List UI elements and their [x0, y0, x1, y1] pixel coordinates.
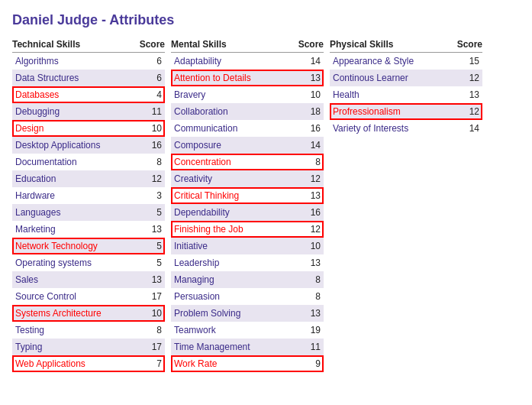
row-name: Appearance & Style	[333, 56, 452, 66]
row-name: Sales	[15, 274, 134, 285]
row-name: Network Technology	[15, 241, 134, 251]
row-score: 8	[293, 274, 321, 285]
table-row: Leadership13	[171, 254, 324, 271]
row-name: Hardware	[15, 190, 134, 201]
row-score: 12	[293, 224, 321, 235]
row-name: Health	[333, 89, 452, 100]
columns-wrapper: Technical SkillsScoreAlgorithms6Data Str…	[12, 39, 520, 372]
table-row: Variety of Interests14	[330, 120, 482, 137]
table-row: Concentration8	[171, 154, 324, 170]
column-header-mental: Mental SkillsScore	[171, 39, 324, 53]
row-score: 13	[293, 190, 321, 201]
row-name: Creativity	[174, 173, 293, 184]
row-name: Persuasion	[174, 291, 293, 302]
row-score: 10	[293, 241, 321, 251]
table-row: Time Management11	[171, 339, 324, 355]
table-row: Design10	[12, 120, 165, 137]
row-name: Teamwork	[174, 325, 293, 335]
table-row: Bravery10	[171, 86, 324, 103]
row-name: Time Management	[174, 342, 293, 352]
row-name: Source Control	[15, 291, 134, 302]
table-row: Dependability16	[171, 204, 324, 221]
row-score: 16	[134, 140, 162, 151]
row-score: 16	[293, 207, 321, 218]
row-score: 14	[452, 123, 479, 134]
page-title: Daniel Judge - Attributes	[12, 12, 520, 28]
column-mental: Mental SkillsScoreAdaptability14Attentio…	[171, 39, 324, 372]
row-name: Data Structures	[15, 73, 134, 83]
table-row: Continous Learner12	[330, 70, 482, 86]
table-row: Attention to Details13	[171, 70, 324, 86]
table-row: Marketing13	[12, 221, 165, 238]
table-row: Data Structures6	[12, 70, 165, 86]
column-physical: Physical SkillsScoreAppearance & Style15…	[330, 39, 482, 137]
row-name: Finishing the Job	[174, 224, 293, 235]
column-technical: Technical SkillsScoreAlgorithms6Data Str…	[12, 39, 165, 372]
table-row: Operating systems5	[12, 254, 165, 271]
row-name: Critical Thinking	[174, 190, 293, 201]
row-score: 8	[293, 291, 321, 302]
table-row: Work Rate9	[171, 355, 324, 372]
row-name: Variety of Interests	[333, 123, 452, 134]
column-header-score-mental: Score	[296, 39, 324, 50]
row-score: 19	[293, 325, 321, 335]
table-row: Communication16	[171, 120, 324, 137]
row-score: 13	[452, 89, 479, 100]
row-score: 10	[134, 308, 162, 319]
row-name: Design	[15, 123, 134, 134]
table-row: Languages5	[12, 204, 165, 221]
column-header-physical: Physical SkillsScore	[330, 39, 482, 53]
row-name: Debugging	[15, 106, 134, 117]
row-name: Web Applications	[15, 358, 134, 369]
row-name: Operating systems	[15, 258, 134, 268]
table-row: Profressionalism12	[330, 103, 482, 120]
column-header-technical: Technical SkillsScore	[12, 39, 165, 53]
row-score: 12	[452, 73, 479, 83]
table-row: Documentation8	[12, 154, 165, 170]
table-row: Problem Solving13	[171, 305, 324, 322]
row-name: Composure	[174, 140, 293, 151]
row-score: 10	[134, 123, 162, 134]
row-name: Initiative	[174, 241, 293, 251]
row-name: Testing	[15, 325, 134, 335]
row-score: 7	[134, 358, 162, 369]
table-row: Appearance & Style15	[330, 53, 482, 70]
table-row: Algorithms6	[12, 53, 165, 70]
row-score: 18	[293, 106, 321, 117]
row-score: 3	[134, 190, 162, 201]
row-score: 11	[134, 106, 162, 117]
row-score: 10	[293, 89, 321, 100]
row-name: Managing	[174, 274, 293, 285]
table-row: Creativity12	[171, 170, 324, 187]
row-name: Concentration	[174, 157, 293, 167]
row-score: 6	[134, 56, 162, 66]
row-score: 14	[293, 56, 321, 66]
row-score: 14	[293, 140, 321, 151]
row-score: 8	[134, 325, 162, 335]
row-score: 5	[134, 258, 162, 268]
row-score: 15	[452, 56, 479, 66]
row-name: Problem Solving	[174, 308, 293, 319]
column-header-name-physical: Physical Skills	[330, 39, 455, 50]
row-score: 5	[134, 241, 162, 251]
row-score: 5	[134, 207, 162, 218]
row-name: Adaptability	[174, 56, 293, 66]
column-header-score-technical: Score	[137, 39, 165, 50]
row-name: Profressionalism	[333, 106, 452, 117]
table-row: Adaptability14	[171, 53, 324, 70]
table-row: Finishing the Job12	[171, 221, 324, 238]
row-score: 12	[452, 106, 479, 117]
row-name: Continous Learner	[333, 73, 452, 83]
table-row: Critical Thinking13	[171, 187, 324, 204]
row-score: 9	[293, 358, 321, 369]
column-header-name-technical: Technical Skills	[12, 39, 137, 50]
table-row: Typing17	[12, 339, 165, 355]
row-score: 17	[134, 291, 162, 302]
row-name: Algorithms	[15, 56, 134, 66]
table-row: Managing8	[171, 271, 324, 288]
row-name: Databases	[15, 89, 134, 100]
row-score: 13	[293, 308, 321, 319]
row-name: Leadership	[174, 258, 293, 268]
table-row: Persuasion8	[171, 288, 324, 305]
table-row: Databases4	[12, 86, 165, 103]
